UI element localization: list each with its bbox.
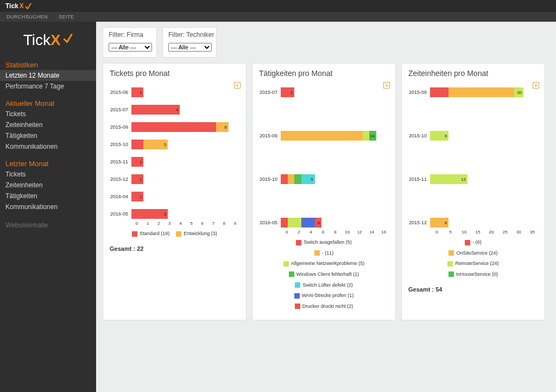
chart-row: 2015-098 bbox=[110, 122, 239, 132]
legend-swatch-icon bbox=[296, 240, 301, 245]
bar-segment bbox=[430, 87, 448, 97]
logo-swoosh-icon bbox=[63, 33, 73, 43]
chart-row: 2015-072 bbox=[259, 87, 389, 97]
brand-swoosh-icon bbox=[25, 3, 31, 9]
bar-stack: 1 bbox=[131, 192, 239, 201]
y-axis-label: 2016-04 bbox=[110, 194, 131, 199]
x-tick: 4 bbox=[175, 221, 186, 226]
chart-legend: Standard (19)Entwicklung (3) bbox=[110, 229, 239, 240]
sidebar-item-performance-7-tage[interactable]: Performance 7 Tage bbox=[0, 81, 96, 92]
bar-stack: 2 bbox=[281, 87, 389, 97]
bar-segment: 5 bbox=[301, 174, 315, 184]
bar-stack: 30 bbox=[430, 87, 538, 97]
legend-item: Entwicklung (3) bbox=[176, 229, 217, 238]
legend-item: Switch Lüfter defekt (2) bbox=[295, 281, 353, 290]
x-tick: 10 bbox=[457, 230, 471, 235]
filter-select-firma[interactable]: --- Alle --- bbox=[109, 43, 152, 52]
bar-segment bbox=[281, 218, 288, 227]
bar-segment: 6 bbox=[315, 218, 322, 227]
chart-area: 2015-0612015-0742015-0982015-1032015-111… bbox=[110, 87, 239, 252]
y-axis-label: 2015-11 bbox=[408, 176, 430, 182]
filter-card-techniker: Filter: Techniker --- Alle --- bbox=[162, 27, 217, 58]
sidebar-item-taetigkeiten-l[interactable]: Tätigkeiten bbox=[0, 191, 96, 201]
sidebar-section-aktueller-monat: Aktueller Monat bbox=[0, 97, 96, 109]
sidebar-logo: TickX bbox=[0, 29, 96, 59]
x-tick: 4 bbox=[305, 230, 317, 235]
y-axis-label: 2015-07 bbox=[259, 90, 281, 95]
legend-swatch-icon bbox=[176, 231, 181, 237]
legend-swatch-icon bbox=[132, 231, 137, 237]
y-axis-label: 2015-07 bbox=[110, 107, 131, 112]
brand-x: X bbox=[20, 2, 24, 10]
bar-segment: 2 bbox=[281, 87, 294, 97]
legend-item: Drucker druckt nicht (2) bbox=[295, 302, 353, 311]
chart-row: 2016-056 bbox=[259, 218, 389, 227]
legend-item: - (6) bbox=[465, 238, 482, 247]
bar-segment bbox=[281, 174, 288, 184]
chart-row: 2016-053 bbox=[110, 209, 239, 219]
legend-swatch-icon bbox=[283, 261, 289, 267]
sidebar-item-letzten-12-monate[interactable]: Letzten 12 Monate bbox=[0, 70, 96, 81]
legend-label: Entwicklung (3) bbox=[184, 229, 217, 238]
bar-stack: 3 bbox=[131, 140, 239, 149]
nav-durchsuchen[interactable]: DURCHSUCHEN bbox=[7, 14, 48, 20]
bar-stack: 8 bbox=[131, 122, 239, 132]
x-tick: 14 bbox=[365, 230, 377, 235]
x-tick: 6 bbox=[197, 221, 208, 226]
bar-segment: 1 bbox=[131, 157, 143, 167]
bar-segment: 12 bbox=[430, 174, 467, 184]
chart-card: Tätigkeiten pro Monat▾2015-0722015-09142… bbox=[252, 63, 396, 320]
sidebar-item-taetigkeiten-a[interactable]: Tätigkeiten bbox=[0, 130, 96, 141]
legend-item: Allgemeine Netzwerkprobleme (5) bbox=[283, 259, 365, 268]
chart-row: 2015-103 bbox=[110, 140, 239, 149]
sidebar-item-kommunikationen-a[interactable]: Kommunikationen bbox=[0, 141, 96, 152]
brand-logo: TickX bbox=[5, 2, 31, 10]
y-axis-label: 2015-11 bbox=[110, 159, 131, 165]
chart-row: 2015-074 bbox=[110, 105, 239, 115]
x-tick: 2 bbox=[293, 230, 305, 235]
chart-card: Tickets pro Monat▾2015-0612015-0742015-0… bbox=[103, 63, 247, 320]
sidebar-item-zeiteinheiten-l[interactable]: Zeiteinheiten bbox=[0, 180, 96, 191]
chart-row: 2015-126 bbox=[408, 218, 538, 227]
legend-label: Windows Client fehlerhaft (1) bbox=[296, 270, 359, 279]
bar-segment: 6 bbox=[430, 131, 448, 141]
sidebar-section-statistiken: Statistiken bbox=[0, 59, 96, 70]
legend-label: - (6) bbox=[472, 238, 482, 247]
x-tick: 8 bbox=[219, 221, 230, 226]
bar-segment bbox=[281, 131, 363, 141]
y-axis-label: 2015-12 bbox=[110, 176, 131, 182]
bar-stack: 1 bbox=[131, 174, 239, 184]
x-tick: 15 bbox=[471, 230, 484, 235]
legend-swatch-icon bbox=[448, 271, 454, 277]
chart-row: 2015-111 bbox=[110, 157, 239, 167]
legend-swatch-icon bbox=[447, 261, 453, 267]
sidebar-item-tickets-l[interactable]: Tickets bbox=[0, 169, 96, 180]
x-tick: 7 bbox=[208, 221, 219, 226]
chart-row: 2015-0914 bbox=[259, 131, 389, 141]
sidebar-item-kommunikationen-l[interactable]: Kommunikationen bbox=[0, 201, 96, 212]
bar-segment bbox=[448, 87, 514, 97]
sidebar-item-zeiteinheiten-a[interactable]: Zeiteinheiten bbox=[0, 119, 96, 130]
chart-row: 2015-121 bbox=[110, 174, 239, 184]
legend-swatch-icon bbox=[314, 250, 320, 256]
navbar: DURCHSUCHEN SEITE bbox=[0, 12, 556, 22]
x-axis: 05101520253035 bbox=[430, 230, 539, 235]
sidebar-item-tickets-a[interactable]: Tickets bbox=[0, 109, 96, 119]
bar-stack: 12 bbox=[430, 174, 538, 184]
x-tick: 20 bbox=[485, 230, 498, 235]
legend-swatch-icon bbox=[295, 304, 300, 309]
filter-label-techniker: Filter: Techniker bbox=[168, 31, 211, 39]
y-axis-label: 2016-05 bbox=[259, 220, 281, 225]
y-axis-label: 2015-10 bbox=[408, 133, 430, 138]
chart-card: Zeiteinheiten pro Monat▾2015-09302015-10… bbox=[401, 63, 545, 320]
bar-segment: 1 bbox=[131, 192, 143, 201]
x-tick: 6 bbox=[317, 230, 329, 235]
legend-swatch-icon bbox=[289, 271, 294, 277]
legend-label: Standard (19) bbox=[140, 229, 169, 238]
bar-stack: 6 bbox=[281, 218, 389, 227]
y-axis-label: 2015-10 bbox=[259, 176, 281, 182]
sidebar-item-websiteinhalte[interactable]: Websiteinhalte bbox=[0, 220, 96, 231]
nav-seite[interactable]: SEITE bbox=[59, 14, 74, 20]
x-tick: 0 bbox=[430, 230, 444, 235]
filter-select-techniker[interactable]: --- Alle --- bbox=[168, 43, 212, 52]
